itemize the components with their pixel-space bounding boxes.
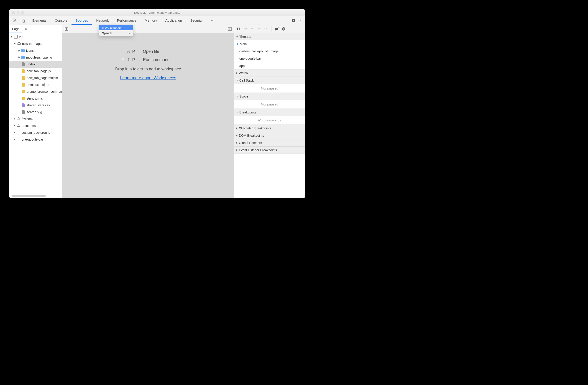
window-title: DevTools - chrome://new-tab-page/ [9, 11, 305, 14]
tree-ogb[interactable]: one-google-bar [9, 136, 62, 143]
pause-icon[interactable] [236, 26, 241, 32]
tab-elements[interactable]: Elements [28, 16, 51, 25]
tree-f2[interactable]: new_tab_page.mojom [9, 74, 62, 81]
js-file-icon [22, 69, 25, 73]
gear-icon[interactable] [290, 18, 296, 23]
toggle-sidebar-icon[interactable] [227, 26, 233, 32]
tab-security[interactable]: Security [186, 16, 207, 25]
tab-performance[interactable]: Performance [113, 16, 141, 25]
file-icon [22, 110, 25, 114]
shortcut-label: Open file [143, 49, 189, 54]
dropzone-text: Drop in a folder to add to workspace [115, 67, 181, 71]
navigator-overflow[interactable]: » [22, 25, 30, 33]
step-out-icon[interactable] [256, 26, 262, 32]
svg-point-7 [59, 28, 59, 29]
expand-icon [236, 36, 238, 37]
main-tabbar: Elements Console Sources Network Perform… [9, 16, 305, 25]
css-file-icon [22, 104, 25, 107]
tree-label: new-tab-page [22, 42, 42, 45]
dom-breakpoints-header[interactable]: DOM Breakpoints [234, 132, 305, 139]
navigator-kebab-icon[interactable] [56, 26, 62, 32]
tree-index[interactable]: (index) [9, 61, 62, 68]
tab-application[interactable]: Application [161, 16, 186, 25]
tree-f4[interactable]: promo_browser_command [9, 88, 62, 95]
tab-console[interactable]: Console [51, 16, 71, 25]
tree-label: favicon2 [22, 117, 33, 121]
global-listeners-header[interactable]: Global Listeners [234, 139, 305, 147]
step-icon[interactable] [263, 26, 269, 32]
expand-icon [236, 96, 238, 97]
svg-rect-18 [283, 28, 284, 30]
tree-label: top [19, 35, 23, 39]
tree-label: new_tab_page.js [27, 69, 51, 73]
tree-modules[interactable]: modules/shopping [9, 54, 62, 61]
thread-app[interactable]: app [234, 62, 305, 69]
thread-main[interactable]: ➔Main [234, 40, 305, 48]
tabs-overflow[interactable]: » [207, 16, 217, 25]
main-area: Page » top new-tab-page icons modules/sh… [9, 25, 305, 198]
tab-sources[interactable]: Sources [71, 16, 92, 25]
current-thread-icon: ➔ [236, 42, 238, 46]
shortcut-keys: ⌘ P [108, 49, 135, 54]
inspect-icon[interactable] [12, 18, 18, 23]
tree-top[interactable]: top [9, 34, 62, 40]
tree-f5[interactable]: strings.m.js [9, 95, 62, 102]
scope-placeholder: Not paused [234, 100, 305, 109]
tree-f6[interactable]: shared_vars.css [9, 102, 62, 109]
cloud-icon [17, 124, 20, 128]
shortcut-label: Run command [143, 57, 189, 62]
pane-title: XHR/fetch Breakpoints [239, 127, 271, 130]
thread-cbg[interactable]: custom_background_image [234, 48, 305, 55]
tree-label: search.svg [27, 110, 42, 114]
page-tab[interactable]: Page [9, 25, 22, 33]
ctx-move-to-bottom[interactable]: Move to bottom [99, 25, 133, 30]
ctx-label: Move to bottom [102, 26, 123, 29]
tree-ntp[interactable]: new-tab-page [9, 40, 62, 47]
tree-f3[interactable]: omnibox.mojom [9, 81, 62, 88]
thread-label: custom_background_image [239, 49, 278, 53]
collapse-icon [14, 139, 15, 140]
tree-favicon2[interactable]: favicon2 [9, 115, 62, 122]
tree-label: shared_vars.css [27, 104, 50, 107]
ctx-speech[interactable]: Speech▶ [99, 30, 133, 36]
tree-f7[interactable]: search.svg [9, 109, 62, 115]
tree-resources[interactable]: resources [9, 122, 62, 129]
device-icon[interactable] [20, 18, 26, 23]
svg-rect-19 [284, 28, 284, 30]
step-into-icon[interactable] [249, 26, 255, 32]
pane-title: Event Listener Breakpoints [239, 148, 277, 152]
tab-network[interactable]: Network [92, 16, 113, 25]
cloud-icon [17, 42, 21, 45]
callstack-header[interactable]: Call Stack [234, 77, 305, 84]
thread-label: Main [240, 42, 247, 46]
pane-title: DOM Breakpoints [239, 134, 264, 137]
tree-f1[interactable]: new_tab_page.js [9, 68, 62, 74]
scrollbar-thumb[interactable] [12, 195, 46, 197]
scrollbar-track[interactable] [11, 194, 60, 196]
tree-icons[interactable]: icons [9, 47, 62, 54]
pause-on-exceptions-icon[interactable] [281, 26, 287, 32]
tree-label: (index) [27, 63, 36, 66]
kebab-icon[interactable] [297, 18, 303, 23]
pane-title: Global Listeners [239, 141, 262, 145]
debugger-toolbar [234, 25, 305, 33]
svg-rect-11 [237, 28, 238, 30]
thread-ogb[interactable]: one-google-bar [234, 55, 305, 62]
file-tree[interactable]: top new-tab-page icons modules/shopping … [9, 33, 62, 193]
watch-header[interactable]: Watch [234, 69, 305, 77]
separator [271, 26, 272, 32]
threads-header[interactable]: Threads [234, 33, 305, 40]
breakpoints-header[interactable]: Breakpoints [234, 109, 305, 116]
step-over-icon[interactable] [243, 26, 248, 32]
xhr-breakpoints-header[interactable]: XHR/fetch Breakpoints [234, 125, 305, 132]
collapse-icon [19, 57, 20, 58]
thread-label: app [239, 64, 245, 68]
event-listener-breakpoints-header[interactable]: Event Listener Breakpoints [234, 147, 305, 154]
scope-header[interactable]: Scope [234, 93, 305, 100]
deactivate-breakpoints-icon[interactable] [274, 26, 280, 32]
tree-cbg[interactable]: custom_background [9, 129, 62, 136]
tabs: Elements Console Sources Network Perform… [28, 16, 285, 25]
tab-memory[interactable]: Memory [141, 16, 161, 25]
toggle-nav-icon[interactable] [63, 26, 69, 32]
workspaces-link[interactable]: Learn more about Workspaces [120, 76, 176, 80]
